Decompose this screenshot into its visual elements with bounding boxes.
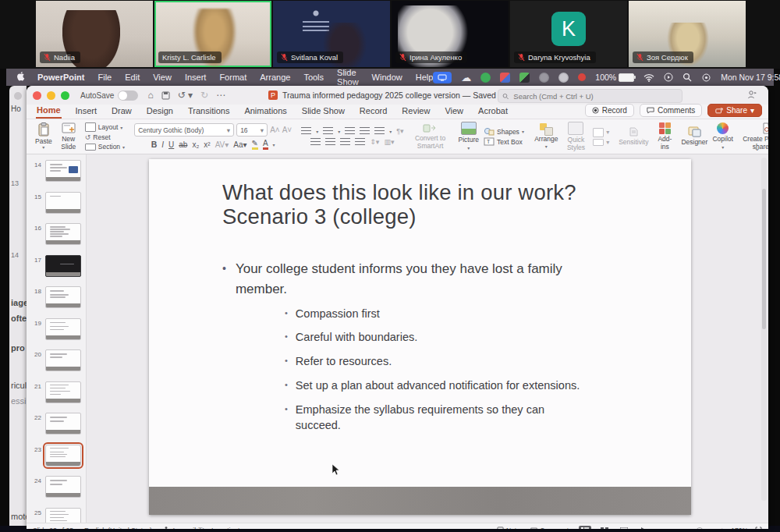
menu-item-powerpoint[interactable]: PowerPoint	[37, 73, 85, 82]
participant-tile[interactable]: Nadiia	[36, 1, 153, 67]
tab-design[interactable]: Design	[146, 105, 174, 118]
copilot-button[interactable]: Copilot ▾	[712, 122, 732, 151]
slide-thumbnail-row[interactable]: 21	[27, 381, 86, 403]
tab-animations[interactable]: Animations	[243, 105, 287, 118]
menu-item-insert[interactable]: Insert	[185, 73, 207, 82]
shape-fill-button[interactable]: ▾	[593, 128, 609, 137]
save-icon[interactable]	[161, 91, 170, 100]
zoom-level[interactable]: 170%	[731, 527, 748, 530]
indent-decrease-icon[interactable]	[345, 127, 355, 136]
layout-button[interactable]: Layout▾	[85, 122, 125, 132]
arrange-button[interactable]: Arrange ▾	[534, 123, 559, 151]
indent-increase-icon[interactable]	[360, 127, 370, 136]
menubar-extra-icon[interactable]	[558, 73, 569, 83]
font-color-button[interactable]: A	[263, 139, 268, 150]
slide-title[interactable]: What does this look like in our work? Sc…	[222, 181, 628, 229]
zoom-slider-knob[interactable]	[696, 527, 704, 530]
align-right-icon[interactable]	[340, 138, 350, 147]
collapse-ribbon-icon[interactable]: ⌄	[754, 144, 760, 152]
slide-thumbnail[interactable]	[45, 255, 81, 277]
menubar-extra-icon[interactable]	[480, 73, 491, 83]
comments-button[interactable]: Comments	[640, 104, 702, 117]
menubar-extra-icon[interactable]	[500, 73, 510, 83]
control-center-icon[interactable]	[701, 73, 711, 82]
tab-transitions[interactable]: Transitions	[187, 105, 230, 118]
slide-thumbnail-row[interactable]: 22	[27, 413, 86, 434]
character-spacing-button[interactable]: AV▾	[215, 140, 229, 149]
reading-view-button[interactable]	[618, 526, 630, 530]
strikethrough-button[interactable]: ab	[179, 140, 187, 149]
quick-styles-button[interactable]: Quick Styles	[564, 122, 588, 151]
columns-icon[interactable]: ▥▾	[384, 138, 394, 146]
apple-icon[interactable]	[17, 72, 27, 83]
slide-thumbnail-row[interactable]: 25	[27, 508, 86, 523]
text-box-button[interactable]: T Text Box	[484, 137, 524, 146]
menubar-extra-icon[interactable]	[519, 73, 530, 83]
tab-slide-show[interactable]: Slide Show	[301, 105, 346, 118]
bullets-icon[interactable]	[301, 127, 311, 136]
zoom-out-button[interactable]: −	[657, 527, 661, 530]
slide-thumbnail[interactable]	[45, 413, 81, 434]
slide-body[interactable]: • Your college student informs you they …	[222, 259, 612, 433]
slide-thumbnail-row[interactable]: 15	[27, 192, 86, 214]
slide-thumbnail[interactable]	[45, 318, 81, 340]
tab-acrobat[interactable]: Acrobat	[477, 105, 509, 118]
slide-thumbnail-row[interactable]: 17	[27, 255, 86, 277]
menubar-extra-icon[interactable]	[539, 73, 549, 83]
search-input[interactable]	[512, 91, 678, 101]
accessibility-status[interactable]: Accessibility: Investigate	[163, 527, 243, 530]
tab-review[interactable]: Review	[401, 105, 431, 118]
menu-item-slide-show[interactable]: Slide Show	[337, 68, 359, 87]
align-left-icon[interactable]	[310, 138, 321, 147]
slide-thumbnail-row-selected[interactable]: 23	[27, 445, 86, 466]
numbering-icon[interactable]	[323, 127, 333, 136]
subscript-button[interactable]: x₂	[192, 140, 199, 149]
tab-record[interactable]: Record	[359, 105, 388, 118]
fullscreen-icon[interactable]	[755, 527, 762, 529]
tab-insert[interactable]: Insert	[75, 105, 98, 118]
line-spacing-icon[interactable]	[374, 127, 385, 136]
justify-icon[interactable]	[355, 138, 365, 147]
undo-icon[interactable]: ↺ ▾	[178, 90, 193, 101]
record-button[interactable]: Record	[585, 104, 634, 117]
slideshow-view-button[interactable]	[637, 526, 650, 530]
slide-thumbnail[interactable]	[45, 160, 81, 182]
paste-button[interactable]: Paste▾	[35, 122, 52, 151]
now-playing-icon[interactable]	[664, 73, 673, 82]
share-button[interactable]: Share ▾	[707, 104, 762, 117]
slide-thumbnail[interactable]	[45, 508, 81, 523]
participant-tile[interactable]: Svitlana Koval	[273, 1, 390, 67]
shrink-font-button[interactable]: A˅	[282, 126, 292, 134]
participant-tile[interactable]: Зоя Сердюк	[629, 1, 746, 67]
slide[interactable]: What does this look like in our work? Sc…	[149, 159, 691, 515]
normal-view-button[interactable]	[579, 526, 591, 530]
participant-tile[interactable]: Ірина Акуленко	[392, 1, 509, 67]
wifi-icon[interactable]	[644, 73, 654, 82]
participant-tile[interactable]: K Daryna Kryvoshyia	[510, 1, 627, 67]
slide-thumbnail-row[interactable]: 19	[27, 318, 86, 340]
slide-thumbnail-selected[interactable]	[45, 445, 81, 466]
slide-thumbnail-row[interactable]: 18	[27, 286, 86, 308]
slide-thumbnail-row[interactable]: 16	[27, 223, 86, 245]
grow-font-button[interactable]: A˄	[270, 126, 280, 134]
scrollbar-thumb[interactable]	[762, 189, 766, 329]
onedrive-icon[interactable]: ☁	[461, 72, 471, 83]
slide-sorter-view-button[interactable]	[598, 526, 611, 530]
slide-thumbnail-panel[interactable]: 14 15 16 17 18 19 20 21 22 23 24 25	[27, 154, 87, 523]
comments-button[interactable]: Comments	[530, 527, 572, 530]
shapes-button[interactable]: Shapes▾	[484, 127, 524, 136]
slide-thumbnail-row[interactable]: 20	[27, 349, 86, 371]
section-button[interactable]: Section▾	[85, 143, 125, 151]
maximize-button[interactable]	[61, 91, 69, 100]
minimize-button[interactable]	[47, 91, 55, 100]
screen-sharing-icon[interactable]	[433, 72, 452, 83]
slide-thumbnail[interactable]	[45, 223, 81, 245]
language-indicator[interactable]: English (United States)	[84, 527, 152, 530]
underline-button[interactable]: U	[168, 140, 174, 149]
menubar-clock[interactable]: Mon Nov 17 9:58 AM	[721, 73, 780, 82]
slide-thumbnail[interactable]	[45, 381, 81, 403]
picture-button[interactable]: Picture ▾	[459, 122, 479, 151]
menu-item-file[interactable]: File	[98, 73, 112, 82]
line-spacing-options-icon[interactable]: ⇕▾	[370, 138, 379, 146]
change-case-button[interactable]: Aa▾	[233, 140, 246, 149]
